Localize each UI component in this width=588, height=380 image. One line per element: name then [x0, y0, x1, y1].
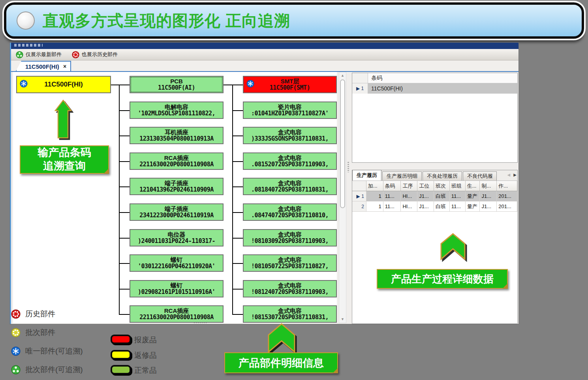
tree-node[interactable]: 螺钉'030122160P0462110920A'	[130, 254, 224, 272]
node-title: RCA插座	[164, 307, 189, 314]
node-title: 盒式电容	[278, 282, 302, 289]
grid-column-header[interactable]: 制...	[480, 181, 497, 191]
red-wheel-icon	[11, 309, 21, 319]
node-code: .081520720SP0387110903,	[251, 161, 329, 168]
trunk-line-left	[119, 85, 120, 314]
scrollbar-thumb[interactable]	[340, 79, 345, 208]
pcb-connector	[224, 85, 232, 85]
grid-cell: 11...	[383, 191, 401, 201]
history-tab-0[interactable]: 生产履历	[352, 170, 381, 181]
tree-node[interactable]: RCA插座2211630020P0800110908A	[130, 152, 224, 170]
grid-column-header[interactable]: 条码	[383, 181, 401, 191]
barcode-row[interactable]: ▶ 111C500F(HI)	[352, 83, 517, 94]
tree-node[interactable]: SMT层11C500F(SMT)	[243, 76, 337, 93]
grid-column-header[interactable]: 作...	[497, 181, 517, 191]
tab-scroll-next-icon[interactable]: ▶	[513, 173, 517, 177]
tree-node[interactable]: 盒式电容.084740720SP0387110810,	[243, 203, 337, 221]
tree-node[interactable]: 电解电容'102MLDSOLSP1081110822,	[130, 102, 224, 119]
tree-node[interactable]: PCB11C500F(AI)	[130, 76, 224, 93]
legend-item-2: 唯一部件(可追溯)	[11, 346, 83, 356]
status-swatch-1	[111, 350, 131, 359]
tab-scroll-nav: ◀ ▶	[507, 173, 517, 177]
document-tabbar: 11C500F(HI) ×	[11, 60, 518, 71]
annotation-text-line2: 追溯查询	[43, 160, 86, 173]
tree-node[interactable]: 盒式电容.081840720SP0387110831,	[243, 178, 337, 195]
grid-data-row[interactable]: 2111...HI...J1...白班11...量产J1...201...	[352, 201, 517, 212]
tree-node[interactable]: 11C500F(HI)	[16, 76, 111, 93]
status-swatch-2	[111, 365, 131, 374]
barcode-table-header: 条码	[352, 73, 517, 83]
tab-11c500f[interactable]: 11C500F(HI) ×	[16, 61, 71, 71]
node-code: 2211630020P0800110908A	[139, 161, 214, 168]
history-tab-1[interactable]: 生产履历明细	[382, 171, 422, 181]
tree-vertical-scrollbar[interactable]: ▲ ▼	[339, 72, 346, 323]
node-code: '102MLDSOLSP1081110822,	[138, 110, 215, 117]
grid-cell: J1...	[480, 191, 497, 201]
grid-column-header[interactable]: 工位	[417, 181, 434, 191]
legend-item-0: 历史部件	[11, 309, 55, 319]
node-title: SMT层	[281, 78, 299, 85]
tab-scroll-prev-icon[interactable]: ◀	[507, 173, 511, 177]
node-title: 盒式电容	[278, 205, 302, 212]
node-code: )240011031P0224-110317-	[138, 238, 215, 245]
row-header-cell: ▶ 1	[352, 191, 366, 201]
connector-line	[232, 135, 243, 136]
grid-cell: 11...	[383, 201, 401, 212]
node-code: !081530720SP0387110831,	[251, 314, 329, 321]
grid-cell: HI...	[401, 201, 417, 212]
tab-close-icon[interactable]: ×	[63, 63, 66, 70]
node-code: '030122160P0462110920A'	[138, 263, 215, 270]
grid-column-header[interactable]: 班组	[450, 181, 466, 191]
history-tab-2[interactable]: 不良处理履历	[423, 171, 462, 181]
toolbar-item-latest-only[interactable]: 仅展示最新部件	[16, 51, 62, 58]
panel-splitter-handle[interactable]	[348, 162, 349, 172]
tree-node[interactable]: 盒式电容!081240720SP0387110903,	[243, 280, 337, 297]
node-code: )029082161P1015110916A'	[138, 289, 215, 295]
connector-line	[232, 314, 243, 315]
banner-title: 直观多方式呈现的图形化 正向追溯	[43, 10, 290, 32]
node-title: 11C500F(HI)	[44, 81, 83, 88]
tree-node[interactable]: 端子插座1210413962P0246110909A	[130, 178, 224, 195]
legend-label: 批次部件(可追溯)	[25, 365, 83, 375]
toolbar-item-show-history[interactable]: 也展示历史部件	[72, 51, 118, 58]
grid-data-row[interactable]: ▶ 1111...HI...J1...白班11...量产J1...201...	[352, 191, 517, 201]
grid-cell: 201...	[497, 201, 517, 212]
tree-node[interactable]: 盒式电容!081050722SP0387110827,	[243, 254, 337, 272]
tree-node[interactable]: 瓷片电容:01041HZ01P0387110827A'	[243, 102, 337, 119]
grid-column-header[interactable]: 加...	[366, 181, 383, 191]
grid-column-header[interactable]: 班次	[434, 181, 450, 191]
node-code: .084740720SP0387110810,	[251, 212, 329, 219]
grid-cell: 量产	[466, 191, 480, 201]
scroll-up-icon[interactable]: ▲	[340, 73, 346, 79]
up-chevron-arrow-icon	[267, 322, 296, 353]
connector-line	[232, 289, 243, 290]
tree-node[interactable]: 盒式电容)333JSGSONSP0387110831,	[243, 127, 337, 144]
label-fold-corner	[103, 168, 109, 174]
tree-node[interactable]: 电位器)240011031P0224-110317-	[130, 229, 224, 246]
node-icon-wrap	[246, 80, 254, 89]
toolbar-item-label: 仅展示最新部件	[26, 51, 62, 58]
grid-cell: J1...	[417, 191, 434, 201]
tree-node[interactable]: 螺钉)029082161P1015110916A'	[130, 280, 224, 297]
tree-node[interactable]: 端子插座2341223000P0246110919A	[130, 203, 224, 221]
connector-line	[232, 212, 243, 213]
node-title: 螺钉	[171, 256, 182, 263]
tab-label: 11C500F(HI)	[25, 63, 59, 70]
scroll-down-icon[interactable]: ▼	[340, 316, 346, 322]
row-header-cell	[352, 181, 366, 191]
tree-node[interactable]: RCA插座2211630020P0800110908A	[130, 305, 224, 323]
row-header-cell	[352, 73, 368, 83]
tree-node[interactable]: 盒式电容!081030920SP0387110903,	[243, 229, 337, 246]
tree-node[interactable]: 耳机插座1231303504P0800110913A	[130, 127, 224, 144]
tree-node[interactable]: 盒式电容.081520720SP0387110903,	[243, 152, 337, 170]
tree-node[interactable]: 盒式电容!081530720SP0387110831,	[243, 305, 337, 323]
grid-cell: J1...	[417, 201, 434, 212]
up-arrow-icon	[54, 100, 72, 139]
node-title: 盒式电容	[278, 307, 302, 314]
grid-column-header[interactable]: 工序	[401, 181, 417, 191]
annotation-production-data: 产品生产过程详细数据	[377, 269, 508, 289]
node-code: 1231303504P0800110913A	[139, 135, 214, 142]
node-code: 2211630020P0800110908A	[139, 314, 214, 321]
history-tab-3[interactable]: 不良代码履	[463, 171, 497, 181]
grid-column-header[interactable]: 生...	[466, 181, 480, 191]
